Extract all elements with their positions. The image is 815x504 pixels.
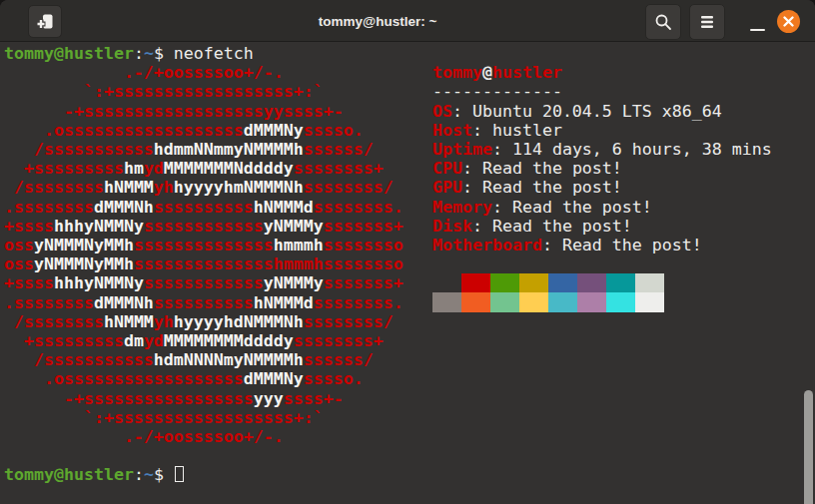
info-entry: Memory: Read the post! [432,198,772,217]
palette-block [461,292,490,311]
text-line: /sssssssshNMMMyhhyyyyhmNMMMNhssssssss/ [4,178,404,197]
text-line: +sssshhhyNMMNyssssssssssssyNMMMysssssss+ [4,273,404,292]
prompt-colon: : [134,465,144,484]
prompt-dollar: $ [154,44,174,63]
info-entry: OS: Ubuntu 20.04.5 LTS x86_64 [432,102,772,121]
palette-block [490,273,519,292]
prompt-dollar: $ [154,465,174,484]
text-line: .-/+oossssoo+/-. [4,427,404,446]
scrollbar[interactable] [801,43,815,504]
text-line [432,254,772,273]
palette-block [461,273,490,292]
prompt-path: ~ [144,44,154,63]
color-palette-row [432,292,772,311]
text-line: ossyNMMMNyMMhsssssssssssssshmmmhssssssso [4,254,404,273]
text-line: +sssshhhyNMMNyssssssssssssyNMMMysssssss+ [4,217,404,236]
text-line: .ssssssssdMMMNhsssssssssshNMMMdssssssss. [4,198,404,217]
new-tab-button[interactable] [28,5,62,38]
palette-block [606,273,635,292]
text-line: .-/+oossssoo+/-. [4,63,404,82]
text-line: -+ssssssssssssssssssyyssss+- [4,102,404,121]
minimize-button[interactable] [745,9,771,35]
text-line: .ssssssssdMMMNhsssssssssshNMMMdssssssss. [4,293,404,312]
hamburger-menu-icon [699,15,715,29]
search-icon [654,13,672,31]
info-entry: Disk: Read the post! [432,217,772,236]
palette-block [490,292,519,311]
prompt-line-2: tommy@hustler:~$ [4,465,184,484]
palette-block [577,273,606,292]
text-line: /ssssssssssshdmNNNNmyNMMMMhssssss/ [4,350,404,369]
info-entry: Motherboard: Read the post! [432,236,772,254]
text-line: `:+ssssssssssssssssss+:` [4,408,404,427]
tab-new-icon [36,12,55,31]
palette-block [635,292,664,311]
ascii-art: .-/+oossssoo+/-. `:+ssssssssssssssssss+:… [4,63,404,446]
terminal-window: tommy@hustler: ~ tommy@hustler:~$ neofet… [0,0,815,504]
text-line: /ssssssssssshdmmNNmmyNMMMMhssssss/ [4,140,404,159]
prompt-line: tommy@hustler:~$ neofetch [4,44,254,63]
command-text: neofetch [174,44,254,63]
prompt-user-host: tommy@hustler [4,465,134,484]
palette-block [635,273,664,292]
palette-block [548,292,577,311]
info-entry: GPU: Read the post! [432,178,772,197]
text-line: ossyNMMMNyMMhsssssssssssssshmmmhssssssso [4,236,404,254]
terminal-screen[interactable]: tommy@hustler:~$ neofetch .-/+oossssoo+/… [0,43,815,504]
text-line: +sssssssssdmydMMMMMMMMddddyssssssss+ [4,331,404,350]
info-underline: ------------- [432,82,772,101]
info-entry: Uptime: 114 days, 6 hours, 38 mins [432,140,772,159]
terminal-cursor [175,466,184,482]
palette-block [606,292,635,311]
search-button[interactable] [645,4,681,40]
info-entry: CPU: Read the post! [432,159,772,178]
palette-block [432,273,461,292]
text-line: /sssssssshNMMMyhhyyyyhdNMMMNhssssssss/ [4,312,404,331]
color-palette-row [432,273,772,292]
text-line: .ossssssssssssssssssdMMMNysssso. [4,369,404,388]
minimize-icon [750,29,765,32]
info-user-host: tommy@hustler [432,63,772,82]
text-line: `:+ssssssssssssssssss+:` [4,82,404,101]
window-title: tommy@hustler: ~ [120,0,635,42]
info-entry: Host: hustler [432,121,772,140]
palette-block [519,292,548,311]
titlebar[interactable]: tommy@hustler: ~ [0,0,815,42]
palette-block [519,273,548,292]
prompt-user-host: tommy@hustler [4,44,134,63]
text-line: .ossssssssssssssssssdMMMNysssso. [4,121,404,140]
menu-button[interactable] [689,4,725,40]
close-button[interactable] [777,10,800,33]
text-line: +ssssssssshmydMMMMMMMNddddyssssssss+ [4,159,404,178]
text-line: -+sssssssssssssssssyyyssss+- [4,389,404,408]
close-icon [783,16,794,27]
prompt-colon: : [134,44,144,63]
scrollbar-thumb[interactable] [804,390,813,504]
palette-block [432,292,461,311]
palette-block [577,292,606,311]
prompt-path: ~ [144,465,154,484]
palette-block [548,273,577,292]
system-info: tommy@hustler-------------OS: Ubuntu 20.… [432,63,772,311]
